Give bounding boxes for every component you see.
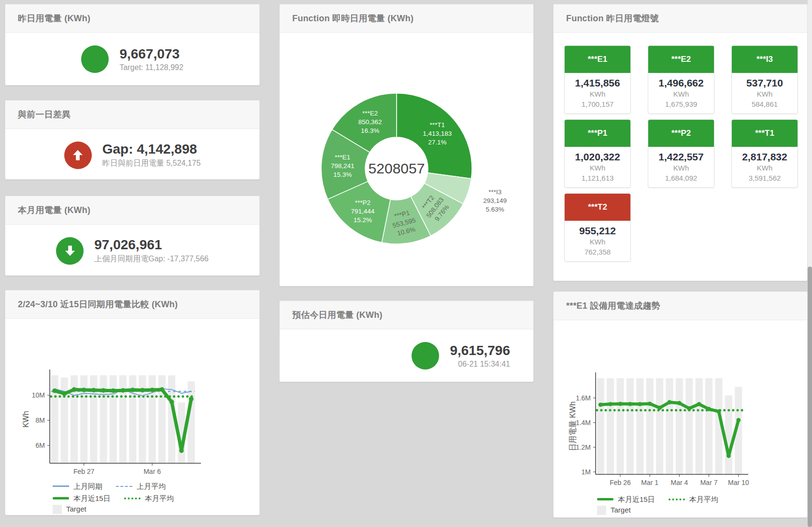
target-bar — [656, 378, 663, 474]
data-point — [189, 397, 194, 401]
tile-value: 955,212 — [565, 225, 630, 237]
gap-stat: Gap: 4,142,898 昨日與前日用電量 5,524,175 — [5, 129, 259, 180]
legend-swatch — [116, 486, 132, 487]
x-tick-label: Mar 4 — [671, 479, 688, 486]
tile-status-header: ***I3 — [732, 46, 798, 73]
y-tick-label: 1M — [582, 468, 591, 476]
tile-value: 2,817,832 — [732, 151, 798, 163]
card-lights: Function 昨日用電燈號 ***E11,415,856KWh1,700,1… — [553, 4, 808, 281]
tile-unit: KWh — [732, 89, 798, 100]
legend-item-本月平均[interactable]: 本月平均 — [124, 493, 174, 504]
donut-slice-label: ***I3293,1495.63% — [483, 188, 507, 213]
legend-label: Target — [66, 504, 86, 514]
data-point — [598, 402, 603, 407]
gap-subtitle: 昨日與前日用電量 5,524,175 — [102, 158, 201, 169]
e1-trend-chart: 1M1.2M1.4M1.6MFeb 26Mar 1Mar 4Mar 7Mar 1… — [554, 320, 807, 487]
card-month-usage: 本月用電量 (KWh) 97,026,961 上個月同期用電Gap: -17,3… — [5, 196, 260, 276]
light-tile-E2[interactable]: ***E21,496,662KWh1,675,939 — [648, 45, 714, 114]
legend-item-Target[interactable]: Target — [53, 504, 86, 514]
scrollbar-thumb[interactable] — [808, 267, 812, 527]
today-value: 9,615,796 — [450, 343, 510, 358]
data-point — [707, 407, 711, 411]
compare-trend-chart: 6M8M10MFeb 27Mar 6KWh — [5, 319, 259, 474]
tile-status-header: ***T1 — [732, 120, 798, 147]
light-tile-P1[interactable]: ***P11,020,322KWh1,121,613 — [564, 119, 631, 188]
legend-swatch — [53, 485, 69, 487]
card-compare-chart: 2/24~3/10 近15日同期用電量比較 (KWh) 6M8M10MFeb 2… — [5, 290, 260, 515]
target-bar — [676, 378, 683, 474]
legend-label: 上月同期 — [73, 481, 102, 492]
card-gap-prev-day: 與前一日差異 Gap: 4,142,898 昨日與前日用電量 5,524,175 — [5, 100, 260, 180]
legend-item-Target[interactable]: Target — [597, 505, 631, 515]
tile-status-header: ***E1 — [565, 46, 630, 73]
y-axis-label: KWh — [22, 411, 30, 428]
target-bar — [685, 378, 693, 474]
data-point — [638, 402, 642, 406]
tile-target-value: 1,675,939 — [648, 100, 714, 109]
data-point — [160, 387, 165, 392]
legend-swatch — [597, 498, 613, 500]
legend-label: 本月平均 — [689, 494, 718, 505]
card-title-yesterday: 昨日用電量 (KWh) — [18, 13, 90, 24]
tile-value: 1,496,662 — [648, 77, 714, 89]
card-title-today: 預估今日用電量 (KWh) — [292, 309, 383, 321]
data-point — [140, 388, 145, 393]
data-point — [130, 387, 135, 392]
card-title-realtime: Function 即時日用電量 (KWh) — [292, 13, 413, 24]
light-tile-E1[interactable]: ***E11,415,856KWh1,700,157 — [564, 45, 631, 114]
tile-status-header: ***T2 — [565, 194, 630, 221]
today-timestamp: 06-21 15:34:41 — [450, 360, 510, 369]
arrow-down-icon — [63, 243, 77, 258]
y-tick-label: 1.4M — [576, 419, 591, 427]
tile-value: 537,710 — [732, 77, 798, 89]
target-bar — [725, 396, 732, 474]
tile-target-value: 1,121,613 — [565, 173, 630, 183]
target-bar — [666, 378, 673, 474]
data-point — [677, 401, 682, 405]
card-today-estimate: 預估今日用電量 (KWh) 9,615,796 06-21 15:34:41 — [279, 300, 534, 382]
legend-item-上月平均[interactable]: 上月平均 — [116, 481, 166, 492]
tile-value: 1,422,557 — [648, 151, 714, 163]
card-title-gap: 與前一日差異 — [18, 109, 71, 120]
tile-unit: KWh — [732, 163, 798, 173]
legend-item-本月近15日[interactable]: 本月近15日 — [597, 494, 655, 505]
legend-item-本月近15日[interactable]: 本月近15日 — [53, 493, 111, 504]
data-point — [736, 418, 741, 422]
data-point — [687, 406, 691, 411]
x-tick-label: Mar 10 — [728, 479, 749, 486]
compare-chart-legend: 上月同期上月平均本月近15日本月平均Target — [53, 479, 259, 515]
light-tile-P2[interactable]: ***P21,422,557KWh1,684,092 — [648, 119, 714, 188]
vertical-scrollbar[interactable] — [808, 0, 812, 527]
data-point — [101, 388, 106, 393]
today-stat: 9,615,796 06-21 15:34:41 — [280, 329, 533, 382]
tile-status-header: ***P1 — [565, 120, 630, 147]
target-bar — [636, 378, 643, 474]
data-point — [727, 454, 731, 458]
light-tile-I3[interactable]: ***I3537,710KWh584,861 — [731, 45, 798, 114]
arrow-up-icon — [71, 148, 85, 162]
target-bar — [187, 381, 195, 463]
legend-item-本月平均[interactable]: 本月平均 — [669, 494, 718, 505]
realtime-donut-chart[interactable]: ***T11,413,18327.1%***I3293,1495.63%***T… — [280, 33, 533, 285]
data-point — [72, 387, 77, 392]
data-point — [608, 402, 613, 406]
tile-status-header: ***P2 — [648, 120, 714, 147]
card-header: ***E1 設備用電達成趨勢 — [554, 292, 807, 320]
lights-grid: ***E11,415,856KWh1,700,157***E21,496,662… — [554, 33, 807, 262]
light-tile-T2[interactable]: ***T2955,212KWh762,358 — [564, 193, 631, 262]
yesterday-value: 9,667,073 — [119, 46, 183, 62]
data-point — [111, 388, 116, 393]
data-point — [62, 391, 67, 396]
card-yesterday-usage: 昨日用電量 (KWh) 9,667,073 Target: 11,128,992 — [5, 4, 260, 85]
tile-unit: KWh — [565, 163, 630, 173]
data-point — [82, 387, 86, 392]
legend-item-上月同期[interactable]: 上月同期 — [53, 481, 102, 492]
data-point — [717, 409, 721, 413]
card-realtime-donut: Function 即時日用電量 (KWh) ***T11,413,18327.1… — [279, 4, 534, 286]
card-title-month: 本月用電量 (KWh) — [18, 204, 90, 216]
data-point — [618, 402, 623, 406]
y-tick-label: 6M — [36, 442, 45, 449]
light-tile-T1[interactable]: ***T12,817,832KWh3,591,562 — [731, 119, 798, 188]
target-bar — [627, 378, 634, 474]
card-e1-trend: ***E1 設備用電達成趨勢 1M1.2M1.4M1.6MFeb 26Mar 1… — [553, 291, 808, 518]
